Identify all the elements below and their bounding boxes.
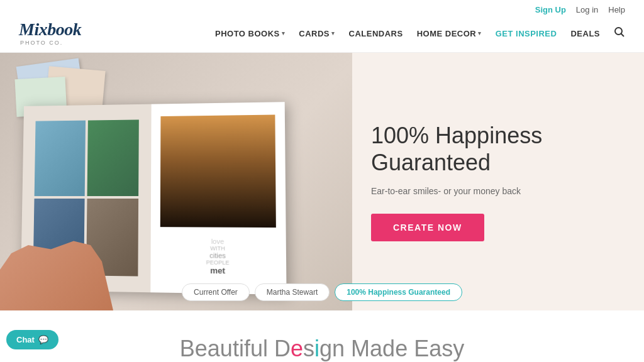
create-now-button[interactable]: CREATE NOW xyxy=(371,214,484,241)
header-top-bar: Sign Up Log in Help xyxy=(19,0,625,17)
signup-link[interactable]: Sign Up xyxy=(535,5,566,14)
svg-point-0 xyxy=(615,28,622,35)
hero-content: 100% Happiness Guaranteed Ear-to-ear smi… xyxy=(352,53,644,310)
nav-get-inspired[interactable]: GET INSPIRED xyxy=(496,29,557,38)
nav-home-decor[interactable]: HOME DECOR ▾ xyxy=(417,29,482,38)
chat-label: Chat xyxy=(16,335,35,344)
logo-text: Mixbook xyxy=(19,21,81,38)
hero-image: love WITH cities PEOPLE met xyxy=(0,53,352,310)
search-icon[interactable] xyxy=(614,26,625,40)
tab-martha-stewart[interactable]: Martha Stewart xyxy=(255,283,330,301)
tagline-section: Beautiful Design Made Easy Create totall… xyxy=(0,310,644,362)
chat-button[interactable]: Chat 💬 xyxy=(6,330,58,349)
login-link[interactable]: Log in xyxy=(576,5,598,14)
hero-tabs: Current Offer Martha Stewart 100% Happin… xyxy=(182,283,462,301)
book-text: love WITH cities PEOPLE met xyxy=(201,233,235,281)
nav-photo-books[interactable]: PHOTO BOOKS ▾ xyxy=(215,29,285,38)
help-link[interactable]: Help xyxy=(608,5,625,14)
svg-line-1 xyxy=(621,34,625,37)
hero-section: love WITH cities PEOPLE met 100% Happine… xyxy=(0,53,644,310)
tab-current-offer[interactable]: Current Offer xyxy=(182,283,250,301)
logo[interactable]: Mixbook PHOTO CO. xyxy=(19,21,81,46)
book-photo-1 xyxy=(35,121,86,196)
book-hero-photo xyxy=(160,114,276,228)
chevron-down-icon: ▾ xyxy=(282,30,286,36)
tab-happiness-guaranteed[interactable]: 100% Happiness Guaranteed xyxy=(335,283,462,301)
logo-sub: PHOTO CO. xyxy=(19,40,63,46)
book-photo-2 xyxy=(87,119,139,196)
chevron-down-icon: ▾ xyxy=(331,30,335,36)
book-right-page: love WITH cities PEOPLE met xyxy=(150,102,286,295)
header-main-bar: Mixbook PHOTO CO. PHOTO BOOKS ▾ CARDS ▾ … xyxy=(19,17,625,52)
chat-icon: 💬 xyxy=(38,335,48,344)
hero-subtitle: Ear-to-ear smiles- or your money back xyxy=(371,185,521,198)
nav-deals[interactable]: DEALS xyxy=(570,29,600,38)
tagline-title: Beautiful Design Made Easy xyxy=(13,336,631,362)
hero-title: 100% Happiness Guaranteed xyxy=(371,122,542,176)
chevron-down-icon: ▾ xyxy=(478,30,482,36)
nav-cards[interactable]: CARDS ▾ xyxy=(299,29,335,38)
site-header: Sign Up Log in Help Mixbook PHOTO CO. PH… xyxy=(0,0,644,53)
nav-calendars[interactable]: CALENDARS xyxy=(349,29,403,38)
main-nav: PHOTO BOOKS ▾ CARDS ▾ CALENDARS HOME DEC… xyxy=(215,26,625,40)
